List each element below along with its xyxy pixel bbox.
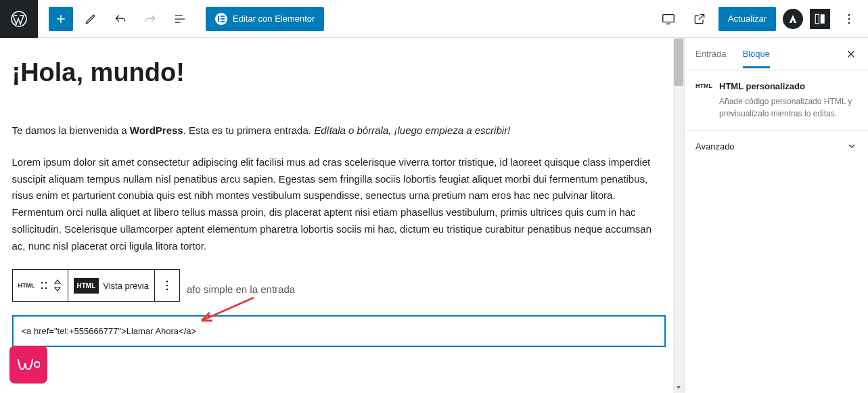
sidebar-close-button[interactable] — [845, 48, 857, 60]
svg-point-11 — [41, 282, 43, 284]
update-button[interactable]: Actualizar — [718, 7, 776, 31]
elementor-label: Editar con Elementor — [233, 14, 315, 24]
block-mode-cell[interactable]: HTML Vista previa — [68, 270, 155, 301]
block-toolbar-row: HTML HTML Vista previa — [12, 269, 666, 308]
preview-desktop-button[interactable] — [656, 7, 681, 31]
preview-external-button[interactable] — [687, 7, 712, 31]
post-title[interactable]: ¡Hola, mundo! — [12, 58, 666, 87]
tab-block[interactable]: Bloque — [743, 39, 770, 68]
top-toolbar: Editar con Elementor Actualizar — [0, 0, 868, 38]
preview-mode-label[interactable]: Vista previa — [103, 281, 149, 291]
block-description: Añade código personalizado HTML y previs… — [719, 95, 857, 120]
block-type-html-icon: HTML — [18, 282, 35, 289]
block-html-icon: HTML — [695, 83, 712, 89]
block-title: HTML personalizado — [719, 81, 857, 91]
lorem-paragraph[interactable]: Lorem ipsum dolor sit amet consectetur a… — [12, 154, 666, 255]
woo-floating-badge[interactable] — [9, 346, 47, 384]
inline-fragment-text: afo simple en la entrada — [187, 283, 295, 295]
svg-point-13 — [41, 287, 43, 290]
edit-elementor-button[interactable]: Editar con Elementor — [206, 7, 324, 31]
custom-html-block[interactable]: <a href="tel:+555666777">Llamar Ahora</a… — [12, 315, 666, 347]
toolbar-right: Actualizar — [656, 7, 868, 31]
svg-rect-5 — [663, 14, 675, 22]
block-more-cell[interactable] — [155, 270, 179, 301]
document-overview-button[interactable] — [168, 7, 192, 31]
drag-handle-icon[interactable] — [39, 279, 49, 292]
sidebar-tabs: Entrada Bloque — [685, 38, 868, 70]
woo-icon — [17, 358, 40, 371]
svg-point-9 — [848, 18, 850, 20]
update-label: Actualizar — [728, 14, 767, 24]
welcome-paragraph[interactable]: Te damos la bienvenida a WordPress. Esta… — [12, 122, 666, 139]
scrollbar-down-icon[interactable] — [673, 382, 684, 393]
welcome-bold: WordPress — [130, 124, 183, 136]
svg-rect-3 — [221, 18, 225, 20]
advanced-panel-toggle[interactable]: Avanzado — [685, 131, 868, 161]
code-content[interactable]: <a href="tel:+555666777">Llamar Ahora</a… — [22, 326, 197, 336]
move-updown-icon[interactable] — [53, 278, 62, 293]
svg-point-16 — [166, 285, 168, 287]
add-block-button[interactable] — [49, 7, 73, 31]
svg-rect-7 — [821, 14, 825, 24]
svg-point-14 — [45, 287, 47, 290]
welcome-mid: . Esta es tu primera entrada. — [183, 124, 314, 136]
main-area: ¡Hola, mundo! Te damos la bienvenida a W… — [0, 38, 868, 393]
scrollbar-thumb[interactable] — [674, 39, 683, 86]
svg-rect-2 — [221, 16, 225, 17]
settings-button[interactable] — [810, 9, 830, 29]
svg-point-15 — [166, 281, 168, 283]
svg-point-10 — [848, 22, 850, 24]
tab-entry[interactable]: Entrada — [695, 39, 727, 68]
svg-rect-1 — [218, 16, 219, 22]
editor-content: ¡Hola, mundo! Te damos la bienvenida a W… — [11, 38, 674, 393]
svg-rect-4 — [221, 21, 225, 22]
welcome-em: Edítala o bórrala, ¡luego empieza a escr… — [314, 124, 510, 136]
html-mode-badge: HTML — [74, 278, 99, 294]
block-info-section: HTML HTML personalizado Añade código per… — [685, 70, 868, 131]
svg-point-17 — [166, 289, 168, 291]
block-toolbar: HTML HTML Vista previa — [12, 269, 180, 302]
chevron-down-icon — [846, 141, 857, 152]
svg-rect-6 — [815, 14, 819, 24]
wordpress-logo[interactable] — [0, 0, 38, 38]
block-type-cell[interactable]: HTML — [13, 270, 68, 301]
editor-viewport: ¡Hola, mundo! Te damos la bienvenida a W… — [0, 38, 684, 393]
settings-sidebar: Entrada Bloque HTML HTML personalizado A… — [684, 38, 868, 393]
svg-point-12 — [45, 282, 47, 284]
toolbar-left: Editar con Elementor — [38, 7, 324, 31]
welcome-prefix: Te damos la bienvenida a — [12, 124, 130, 136]
undo-button[interactable] — [108, 7, 133, 31]
edit-mode-button[interactable] — [78, 7, 103, 31]
advanced-panel-label: Avanzado — [695, 141, 735, 152]
astra-icon[interactable] — [783, 9, 803, 29]
elementor-icon — [215, 13, 227, 25]
more-options-button[interactable] — [837, 7, 861, 31]
editor-scrollbar[interactable] — [673, 38, 684, 393]
svg-point-8 — [848, 14, 850, 16]
redo-button[interactable] — [138, 7, 162, 31]
